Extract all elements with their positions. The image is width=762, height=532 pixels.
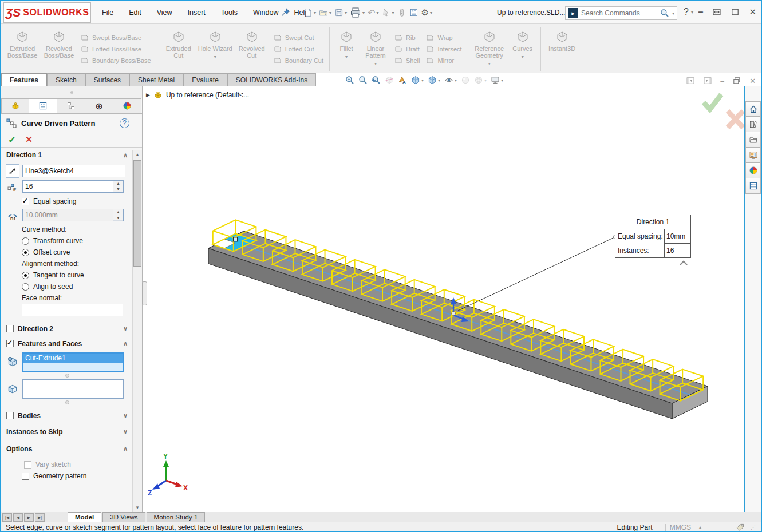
selection-filter-button[interactable] bbox=[397, 8, 406, 17]
apply-scene-dropdown-icon[interactable]: ▾ bbox=[484, 78, 487, 83]
direction2-expand-icon[interactable]: ∨ bbox=[123, 325, 128, 332]
boundary-boss-base-button[interactable]: Boundary Boss/Base bbox=[80, 56, 151, 65]
instance-count-spin-buttons[interactable]: ▲▼ bbox=[113, 181, 123, 192]
tab-feature-tree[interactable] bbox=[1, 98, 29, 113]
align-to-seed-radio[interactable] bbox=[22, 283, 29, 291]
callout-spacing-value[interactable]: 10mm bbox=[664, 229, 690, 244]
features-faces-collapse-icon[interactable]: ∧ bbox=[123, 340, 128, 347]
options-collapse-icon[interactable]: ∧ bbox=[123, 445, 128, 452]
close-button[interactable]: ✕ bbox=[749, 7, 756, 17]
section-direction2[interactable]: Direction 2 ∨ bbox=[1, 321, 133, 336]
linear-pattern-button[interactable]: Linear Pattern▾ bbox=[361, 26, 390, 72]
tab-property-manager[interactable] bbox=[29, 98, 57, 113]
revolved-cut-button[interactable]: Revolved Cut bbox=[234, 26, 270, 72]
section-features-and-faces[interactable]: Features and Faces ∧ bbox=[1, 336, 133, 351]
undo-button[interactable]: ↶▾ bbox=[368, 7, 378, 18]
file-explorer-button[interactable] bbox=[745, 132, 761, 148]
spin-down-icon[interactable]: ▼ bbox=[113, 186, 123, 192]
feature-tree-flyout[interactable]: ▶ Up to reference (Default<... bbox=[146, 90, 249, 100]
apply-scene-button[interactable]: ▾ bbox=[474, 76, 487, 85]
view-settings-button[interactable]: ▾ bbox=[491, 76, 503, 85]
view-settings-dropdown-icon[interactable]: ▾ bbox=[501, 78, 503, 83]
save-button[interactable]: ▾ bbox=[334, 8, 347, 17]
extruded-cut-button[interactable]: Extruded Cut bbox=[161, 26, 196, 72]
new-document-button[interactable]: ▾ bbox=[303, 8, 316, 17]
fillet-button[interactable]: Fillet▾ bbox=[333, 26, 360, 72]
help-dropdown-icon[interactable]: ▾ bbox=[691, 10, 693, 15]
faces-to-pattern-list[interactable] bbox=[22, 379, 124, 399]
direction1-collapse-icon[interactable]: ∧ bbox=[123, 152, 128, 159]
ok-button[interactable]: ✓ bbox=[8, 134, 16, 146]
menu-file[interactable]: File bbox=[102, 9, 113, 17]
units-dropdown-icon[interactable]: ▴ bbox=[699, 525, 701, 530]
command-search[interactable]: ▸ ▾ bbox=[565, 6, 677, 20]
collapse-left-pane-button[interactable] bbox=[686, 76, 695, 85]
search-input[interactable] bbox=[581, 9, 657, 17]
tab-scroll-first-button[interactable]: |◀ bbox=[2, 513, 12, 522]
section-instances-to-skip[interactable]: Instances to Skip ∨ bbox=[1, 423, 133, 440]
callout-collapse-icon[interactable] bbox=[679, 260, 688, 267]
swept-boss-base-button[interactable]: Swept Boss/Base bbox=[80, 33, 151, 42]
tab-features[interactable]: Features bbox=[1, 73, 47, 86]
doc-minimize-button[interactable]: – bbox=[720, 77, 724, 85]
3d-drawing-view-button[interactable] bbox=[398, 76, 407, 85]
help-button[interactable]: ? ▾ bbox=[684, 7, 693, 17]
menu-window[interactable]: Window bbox=[253, 9, 278, 17]
minimize-button[interactable]: – bbox=[698, 7, 704, 17]
section-options[interactable]: Options ∧ bbox=[1, 440, 133, 457]
extruded-boss-base-button[interactable]: Extruded Boss/Base bbox=[5, 26, 40, 72]
curves-dropdown-icon[interactable]: ▾ bbox=[522, 54, 524, 59]
tab-motion-study[interactable]: Motion Study 1 bbox=[147, 512, 206, 522]
cancel-button[interactable]: ✕ bbox=[25, 134, 33, 145]
open-button[interactable]: ▾ bbox=[319, 8, 331, 17]
features-to-pattern-list[interactable]: Cut-Extrude1 bbox=[22, 352, 124, 372]
menu-tools[interactable]: Tools bbox=[221, 9, 238, 17]
print-dropdown-icon[interactable]: ▾ bbox=[362, 10, 365, 15]
spacing-stepper[interactable]: ▲▼ bbox=[22, 209, 124, 221]
maximize-button[interactable] bbox=[731, 7, 740, 17]
view-palette-button[interactable] bbox=[745, 148, 761, 163]
tab-scroll-last-button[interactable]: ▶| bbox=[35, 513, 45, 522]
instance-count-input[interactable] bbox=[23, 181, 113, 192]
flyout-part-name[interactable]: Up to reference (Default<... bbox=[166, 91, 249, 99]
section-view-button[interactable] bbox=[385, 76, 394, 85]
spacing-spin-up-icon[interactable]: ▲ bbox=[113, 209, 123, 215]
options-button[interactable]: ⚙▾ bbox=[421, 7, 432, 18]
spin-up-icon[interactable]: ▲ bbox=[113, 181, 123, 186]
new-dropdown-icon[interactable]: ▾ bbox=[314, 10, 316, 15]
wrap-button[interactable]: Wrap bbox=[425, 33, 461, 42]
reference-geometry-dropdown-icon[interactable]: ▾ bbox=[488, 61, 491, 66]
panel-scrollbar[interactable]: ▲ ▼ bbox=[132, 150, 142, 512]
features-faces-checkbox[interactable] bbox=[6, 340, 14, 347]
menu-insert[interactable]: Insert bbox=[188, 9, 206, 17]
draft-button[interactable]: Draft bbox=[394, 45, 420, 54]
tangent-to-curve-radio[interactable] bbox=[22, 272, 29, 279]
hole-wizard-button[interactable]: Hole Wizard▾ bbox=[198, 26, 233, 72]
print-button[interactable]: ▾ bbox=[350, 7, 365, 18]
features-list-resize-handle[interactable] bbox=[65, 374, 69, 378]
design-library-button[interactable] bbox=[745, 117, 761, 132]
edit-appearance-button[interactable] bbox=[461, 76, 470, 85]
tab-3d-views[interactable]: 3D Views bbox=[102, 512, 145, 522]
instant3d-button[interactable]: Instant3D bbox=[544, 26, 580, 72]
graphics-area[interactable] bbox=[143, 86, 744, 510]
hide-show-dropdown-icon[interactable]: ▾ bbox=[455, 78, 457, 83]
panel-splitter-handle[interactable] bbox=[142, 281, 147, 305]
select-button[interactable]: ▾ bbox=[381, 8, 394, 17]
face-normal-field[interactable] bbox=[22, 304, 123, 316]
reference-geometry-button[interactable]: Reference Geometry▾ bbox=[472, 26, 507, 72]
lofted-cut-button[interactable]: Lofted Cut bbox=[273, 45, 323, 54]
direction-select-box[interactable] bbox=[6, 164, 19, 178]
instances-to-skip-expand-icon[interactable]: ∨ bbox=[123, 428, 128, 435]
hide-show-items-button[interactable]: ▾ bbox=[444, 76, 457, 85]
units-selector[interactable]: MMGS ▴ bbox=[670, 523, 701, 531]
instance-count-stepper[interactable]: ▲▼ bbox=[22, 180, 124, 193]
tab-model[interactable]: Model bbox=[68, 512, 101, 522]
open-dropdown-icon[interactable]: ▾ bbox=[329, 10, 331, 15]
faces-list-resize-handle[interactable] bbox=[65, 400, 69, 404]
equal-spacing-checkbox[interactable] bbox=[22, 198, 29, 205]
options-dropdown-icon[interactable]: ▾ bbox=[430, 10, 432, 15]
display-style-dropdown-icon[interactable]: ▾ bbox=[438, 78, 440, 83]
tab-solidworks-addins[interactable]: SOLIDWORKS Add-Ins bbox=[227, 73, 316, 86]
task-list-button[interactable] bbox=[409, 8, 418, 17]
